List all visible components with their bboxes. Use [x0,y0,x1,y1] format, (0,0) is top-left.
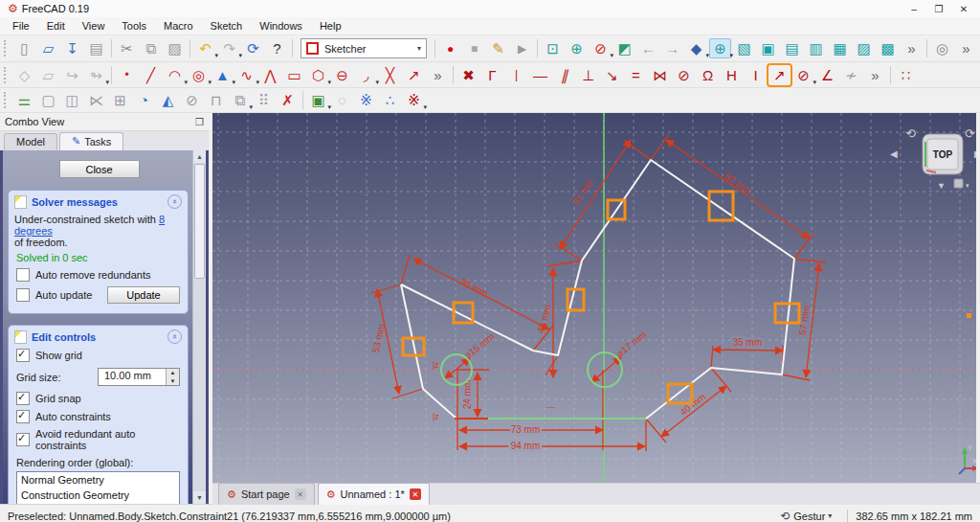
create-fillet-icon[interactable]: ◞▾ [355,65,377,85]
select-conflicting-constraints-icon[interactable]: ◭ [157,90,179,110]
sketch-point[interactable] [967,313,971,318]
macro-record-icon[interactable]: ● [439,38,461,58]
undo-icon[interactable]: ↶▾ [194,38,216,58]
collapse-section-icon[interactable]: « [167,194,182,209]
nav-cube-top-label[interactable]: TOP [933,149,953,160]
collapse-section-icon[interactable]: « [167,329,182,344]
navigation-style-label[interactable]: Gestur [793,511,825,522]
menu-windows[interactable]: Windows [251,19,311,33]
bspline-degree-icon[interactable]: ∴ [379,90,401,110]
geometry-overflow-icon[interactable]: » [427,65,449,85]
close-window-button[interactable]: ✕ [951,4,976,14]
menu-view[interactable]: View [74,19,114,33]
avoid-redundant-checkbox[interactable] [16,433,30,446]
spin-down-icon[interactable]: ▼ [167,377,179,386]
view-isometric-icon[interactable]: ▧ [733,38,755,58]
constrain-diameter-icon[interactable]: ⊘▾ [792,65,814,85]
macro-edit-icon[interactable]: ✎ [487,38,509,58]
nav-down-icon[interactable]: ▼ [937,181,946,191]
convert-to-bspline-icon[interactable]: ▣▾ [307,90,329,110]
nav-cube-caret-icon[interactable]: ▾ [966,182,969,189]
select-view-icon[interactable]: ◩ [613,38,635,58]
toolbar-grip[interactable] [4,40,9,57]
create-line-icon[interactable]: ╱ [140,65,162,85]
group-icon[interactable]: ▱ [37,65,59,85]
cut-icon[interactable]: ✂ [116,38,138,58]
rendering-order-item[interactable]: Construction Geometry [17,488,179,503]
spin-up-icon[interactable]: ▲ [167,369,179,377]
grid-size-value[interactable]: 10.00 mm [99,369,166,385]
sketch-canvas[interactable]: 53 mm85 mm48 mm61 mm82 mm57 mm35 mm40 mm… [212,113,976,483]
bspline-comb-icon[interactable]: ※▾ [403,90,425,110]
show-hide-internal-geometry-icon[interactable]: ⊘ [181,90,203,110]
trim-edge-icon[interactable]: ╳ [379,65,401,85]
clipping-plane-icon[interactable]: ◎ [931,38,953,58]
constraint-glyph[interactable]: |z [433,412,439,421]
constrain-distance-y-icon[interactable]: I [745,65,767,85]
activate-constraint-icon[interactable]: ∷ [895,65,917,85]
create-circle-icon[interactable]: ◎▾ [188,65,210,85]
constrain-vertical-icon[interactable]: | [505,65,527,85]
view-front-icon[interactable]: ▣ [757,38,779,58]
nav-forward-icon[interactable]: → [661,38,683,58]
scroll-down-icon[interactable]: ▼ [193,491,206,504]
constrain-symmetric-icon[interactable]: ⋈ [649,65,671,85]
menu-file[interactable]: File [4,19,38,33]
toggle-driving-constraint-icon[interactable]: ≁ [840,65,862,85]
constraint-glyph[interactable]: — [546,402,555,412]
rectangular-array-icon[interactable]: ⠿ [253,90,275,110]
constrain-angle-icon[interactable]: ∠ [816,65,838,85]
create-slot-icon[interactable]: ⊖ [331,65,353,85]
link-icon[interactable]: ↪ [61,65,83,85]
constrain-distance-icon[interactable]: ↗ [768,65,791,85]
rotate-left-icon[interactable]: ⟲ [905,126,916,141]
constrain-horizontal-icon[interactable]: — [529,65,551,85]
print-icon[interactable]: ▤ [85,38,107,58]
remove-axes-alignment-icon[interactable]: ✗ [277,90,299,110]
view-rear-icon[interactable]: ▦ [829,38,851,58]
extend-edge-icon[interactable]: ↗ [403,65,425,85]
workbench-selector[interactable]: Sketcher ▾ [301,38,427,58]
maximize-button[interactable]: ❐ [926,4,951,14]
redo-icon[interactable]: ↷▾ [218,38,240,58]
close-shape-icon[interactable]: ▢ [37,90,59,110]
view-right-icon[interactable]: ▥ [805,38,827,58]
chevron-down-icon[interactable]: ▾ [828,511,832,520]
paste-icon[interactable]: ▨ [164,38,186,58]
rendering-order-item[interactable]: External Geometry [17,503,179,504]
menu-sketch[interactable]: Sketch [202,19,252,33]
refresh-icon[interactable]: ⟳ [242,38,264,58]
constraint-overflow-icon[interactable]: » [864,65,886,85]
draw-style-icon[interactable]: ⊘▾ [590,38,612,58]
macro-stop-icon[interactable]: ■ [463,38,485,58]
dropdown-caret[interactable]: ▾ [105,79,109,85]
zoom-selection-icon[interactable]: ⊕ [566,38,588,58]
select-redundant-constraints-icon[interactable]: ◔ [133,90,155,110]
select-dof-icon[interactable]: ⚌ [13,90,35,110]
rotate-view-icon[interactable]: ◆▾ [685,38,707,58]
dropdown-caret[interactable]: ▾ [423,103,427,110]
fit-all-icon[interactable]: ⊡ [542,38,564,58]
create-polygon-icon[interactable]: ⬡▾ [307,65,329,85]
save-icon[interactable]: ↧ [61,38,83,58]
tab-tasks[interactable]: ✎ Tasks [59,132,123,150]
view-bottom-icon[interactable]: ▨ [853,38,875,58]
nav-cube-menu-icon[interactable] [954,179,963,188]
select-constraints-icon[interactable]: ⋉ [85,90,107,110]
constraint-glyph[interactable]: |z [433,360,439,370]
auto-remove-redundants-checkbox[interactable] [16,268,30,282]
float-panel-icon[interactable]: ❐ [195,117,204,127]
menu-macro[interactable]: Macro [155,19,202,33]
menu-tools[interactable]: Tools [113,19,155,33]
task-panel-scrollbar[interactable]: ▲ ▼ [192,150,206,504]
rotate-right-icon[interactable]: ⟳ [965,126,975,141]
rendering-order-list[interactable]: Normal GeometryConstruction GeometryExte… [16,471,180,504]
connect-edges-icon[interactable]: ◫ [61,90,83,110]
create-point-icon[interactable]: • [116,65,138,85]
create-rectangle-icon[interactable]: ▭ [283,65,305,85]
constrain-distance-x-icon[interactable]: H [721,65,743,85]
open-file-icon[interactable]: ▱ [37,38,59,58]
scroll-up-icon[interactable]: ▲ [193,150,206,163]
grid-snap-checkbox[interactable] [16,392,30,405]
constrain-tangent-icon[interactable]: ↘ [601,65,623,85]
